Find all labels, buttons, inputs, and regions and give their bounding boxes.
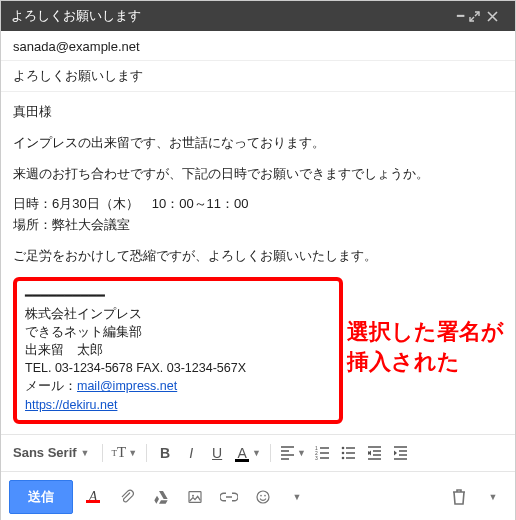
attach-file-button[interactable] bbox=[113, 483, 141, 511]
underline-button[interactable]: U bbox=[205, 441, 229, 465]
font-picker[interactable]: Sans Serif ▼ bbox=[9, 441, 96, 465]
tel-number: 03-1234-5678 bbox=[55, 361, 133, 375]
svg-point-4 bbox=[342, 452, 345, 455]
body-line1: 来週のお打ち合わせですが、下記の日時でお願いできますでしょうか。 bbox=[13, 164, 503, 185]
chevron-down-icon: ▼ bbox=[297, 448, 306, 458]
signature-mail-row: メール：mail@impress.net bbox=[25, 377, 331, 395]
more-send-options-button[interactable]: ▼ bbox=[283, 483, 311, 511]
fax-number: 03-1234-567X bbox=[167, 361, 246, 375]
mail-label: メール： bbox=[25, 379, 77, 393]
numbered-list-button[interactable]: 123 bbox=[311, 441, 335, 465]
expand-button[interactable] bbox=[469, 11, 487, 22]
formatting-toggle-button[interactable]: A bbox=[79, 483, 107, 511]
fax-label: FAX. bbox=[133, 361, 167, 375]
chevron-down-icon: ▼ bbox=[128, 448, 137, 458]
action-bar: 送信 A ▼ ▼ bbox=[1, 471, 515, 520]
window-title: よろしくお願いします bbox=[11, 7, 451, 25]
compose-titlebar: よろしくお願いします ━ bbox=[1, 1, 515, 31]
format-toolbar: Sans Serif ▼ TT▼ B I U A▼ ▼ 123 bbox=[1, 434, 515, 471]
bold-button[interactable]: B bbox=[153, 441, 177, 465]
svg-point-3 bbox=[342, 447, 345, 450]
italic-button[interactable]: I bbox=[179, 441, 203, 465]
signature-rule: ━━━━━━━━━━ bbox=[25, 287, 331, 305]
signature-company: 株式会社インプレス bbox=[25, 305, 331, 323]
svg-point-9 bbox=[260, 495, 262, 497]
body-greeting: 真田様 bbox=[13, 102, 503, 123]
svg-point-8 bbox=[257, 491, 269, 503]
toolbar-divider bbox=[146, 444, 147, 462]
subject-text: よろしくお願いします bbox=[13, 68, 143, 83]
tel-label: TEL. bbox=[25, 361, 55, 375]
font-name: Sans Serif bbox=[13, 445, 77, 460]
indent-more-button[interactable] bbox=[389, 441, 413, 465]
signature-dept: できるネット編集部 bbox=[25, 323, 331, 341]
signature-url-link[interactable]: https://dekiru.net bbox=[25, 398, 117, 412]
toolbar-divider bbox=[270, 444, 271, 462]
minimize-button[interactable]: ━ bbox=[451, 9, 469, 23]
text-color-button[interactable]: A▼ bbox=[231, 441, 264, 465]
to-recipient: sanada@example.net bbox=[13, 39, 140, 54]
signature-mail-link[interactable]: mail@impress.net bbox=[77, 379, 177, 393]
toolbar-divider bbox=[102, 444, 103, 462]
discard-draft-button[interactable] bbox=[445, 483, 473, 511]
body-datetime: 日時：6月30日（木） 10：00～11：00 bbox=[13, 196, 249, 211]
signature-name: 出来留 太郎 bbox=[25, 341, 331, 359]
signature-block: ━━━━━━━━━━ 株式会社インプレス できるネット編集部 出来留 太郎 TE… bbox=[13, 277, 343, 424]
more-options-button[interactable]: ▼ bbox=[479, 483, 507, 511]
svg-point-10 bbox=[264, 495, 266, 497]
chevron-down-icon: ▼ bbox=[81, 448, 90, 458]
svg-text:3: 3 bbox=[315, 455, 318, 460]
to-field-row[interactable]: sanada@example.net bbox=[1, 31, 515, 61]
message-body[interactable]: 真田様 インプレスの出来留です、お世話になっております。 来週のお打ち合わせです… bbox=[1, 92, 515, 434]
signature-telfax: TEL. 03-1234-5678 FAX. 03-1234-567X bbox=[25, 359, 331, 377]
insert-drive-button[interactable] bbox=[147, 483, 175, 511]
send-button[interactable]: 送信 bbox=[9, 480, 73, 514]
font-size-button[interactable]: TT▼ bbox=[109, 441, 141, 465]
insert-emoji-button[interactable] bbox=[249, 483, 277, 511]
insert-photo-button[interactable] bbox=[181, 483, 209, 511]
indent-less-button[interactable] bbox=[363, 441, 387, 465]
align-button[interactable]: ▼ bbox=[277, 441, 309, 465]
body-place: 場所：弊社大会議室 bbox=[13, 217, 130, 232]
signature-url-row: https://dekiru.net bbox=[25, 396, 331, 414]
body-closing: ご足労をおかけして恐縮ですが、よろしくお願いいたします。 bbox=[13, 246, 503, 267]
subject-row[interactable]: よろしくお願いします bbox=[1, 61, 515, 92]
close-button[interactable] bbox=[487, 11, 505, 22]
bulleted-list-button[interactable] bbox=[337, 441, 361, 465]
svg-point-5 bbox=[342, 457, 345, 460]
svg-rect-6 bbox=[189, 491, 201, 502]
body-intro: インプレスの出来留です、お世話になっております。 bbox=[13, 133, 503, 154]
svg-point-7 bbox=[192, 494, 194, 496]
chevron-down-icon: ▼ bbox=[252, 448, 261, 458]
insert-link-button[interactable] bbox=[215, 483, 243, 511]
